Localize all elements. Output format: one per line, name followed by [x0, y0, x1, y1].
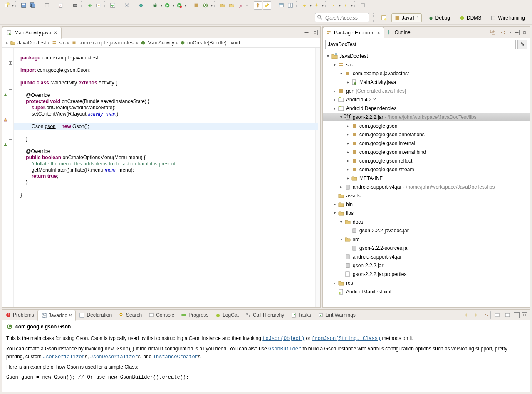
chevron-right-icon[interactable]: ▸ [176, 41, 178, 45]
tree-row-java-file[interactable]: ▸MainActivity.java [323, 78, 530, 86]
open-browser-button[interactable] [493, 311, 501, 319]
dropdown-arrow-icon[interactable]: ▾ [310, 4, 312, 7]
pin-button[interactable] [254, 1, 262, 10]
collapse-icon[interactable]: − [9, 136, 12, 140]
code-area[interactable]: package com.example.javadoctest; import … [14, 48, 315, 307]
run-last-button[interactable] [175, 1, 183, 10]
quick-access-input[interactable] [315, 13, 369, 22]
javadoc-content[interactable]: C com.google.gson.Gson This is the main … [2, 320, 530, 392]
tree-row-folder[interactable]: ▸META-INF [323, 174, 530, 182]
breadcrumb-item[interactable]: com.example.javadoctest [71, 40, 135, 46]
tree-row-jar[interactable]: gson-2.2.2-sources.jar [323, 244, 530, 252]
new-package-button[interactable] [192, 1, 200, 10]
tree-row-folder[interactable]: ▸bin [323, 200, 530, 209]
perspective-wireframing[interactable]: Wireframing [487, 13, 528, 22]
breadcrumb-item[interactable]: JavaDocTest [10, 40, 46, 46]
minimize-button[interactable]: — [514, 30, 520, 35]
nav-forward-button[interactable] [472, 311, 480, 319]
new-class-button[interactable]: C [201, 1, 210, 10]
javadoc-link[interactable]: GsonBuilder [268, 346, 301, 352]
chevron-right-icon[interactable]: ▸ [48, 41, 50, 45]
overview-ruler[interactable] [315, 48, 320, 307]
tree-row-folder[interactable]: assets [323, 191, 530, 200]
open-project-button[interactable] [218, 1, 227, 10]
close-icon[interactable]: ✕ [69, 313, 72, 318]
nav-up-button[interactable] [300, 1, 309, 10]
layout-button[interactable] [286, 1, 294, 10]
tree-row-file[interactable]: gson-2.2.2.jar.properties [323, 270, 530, 278]
tree-row-jar[interactable]: ▸android-support-v4.jar - /home/john/wor… [323, 182, 530, 191]
tree-row-jar[interactable]: android-support-v4.jar [323, 252, 530, 261]
minimize-button[interactable]: — [514, 312, 520, 318]
new-button[interactable] [2, 1, 11, 10]
tab-javadoc[interactable]: @Javadoc✕ [37, 310, 76, 321]
override-marker-icon[interactable] [3, 92, 8, 97]
highlight-button[interactable] [263, 1, 271, 10]
brush-button[interactable] [237, 1, 245, 10]
quick-access[interactable] [315, 13, 369, 22]
tab-outline[interactable]: Outline [384, 27, 414, 38]
tab-problems[interactable]: !Problems [2, 310, 37, 320]
back-button[interactable] [329, 1, 338, 10]
tab-declaration[interactable]: Declaration [76, 310, 115, 320]
save-all-button[interactable] [29, 1, 37, 10]
tree-row-src[interactable]: ▾src [323, 60, 530, 69]
javadoc-link[interactable]: toJson(Object) [262, 336, 304, 342]
gutter[interactable]: + − − [2, 48, 14, 307]
dropdown-arrow-icon[interactable]: ▾ [351, 4, 353, 7]
close-icon[interactable]: ✕ [377, 31, 380, 35]
link-button[interactable] [483, 311, 491, 319]
dropdown-arrow-icon[interactable]: ▾ [12, 4, 14, 7]
tab-logcat[interactable]: LogCat [212, 310, 242, 320]
tree-row-project[interactable]: ▾JavaDocTest [323, 52, 530, 60]
tree-row-android[interactable]: ▸Android 4.2.2 [323, 95, 530, 104]
override-marker-icon[interactable] [3, 142, 8, 147]
chevron-right-icon[interactable]: ▸ [67, 41, 69, 45]
open-perspective-button[interactable] [380, 14, 388, 22]
tree-row-jar[interactable]: gson-2.2.2.jar [323, 261, 530, 270]
chevron-right-icon[interactable]: ▸ [6, 41, 8, 45]
tree-row-package[interactable]: ▸com.google.gson.internal [323, 139, 530, 148]
tree-row-gson-jar[interactable]: ▾010gson-2.2.2.jar - /home/john/workspac… [323, 113, 530, 121]
tab-package-explorer[interactable]: Package Explorer ✕ [323, 27, 384, 39]
dropdown-arrow-icon[interactable]: ▾ [161, 4, 162, 7]
collapse-icon[interactable]: − [9, 86, 12, 90]
tree-row-package[interactable]: ▸com.google.gson.internal.bind [323, 148, 530, 156]
dropdown-arrow-icon[interactable]: ▾ [339, 4, 341, 7]
suspend-button[interactable] [94, 1, 103, 10]
forward-button[interactable] [341, 1, 350, 10]
minimize-button[interactable]: — [304, 30, 309, 35]
tree-row-folder[interactable]: ▾libs [323, 209, 530, 217]
javadoc-link[interactable]: fromJson(String, Class) [312, 336, 381, 342]
cut-button[interactable] [123, 1, 131, 10]
tree-row-package[interactable]: ▸com.google.gson.reflect [323, 156, 530, 165]
tree-row-folder[interactable]: ▸res [323, 278, 530, 287]
close-icon[interactable]: ✕ [54, 30, 57, 35]
tree-row-file[interactable]: AndroidManifest.xml [323, 287, 530, 296]
perspective-javatp[interactable]: JavaTP [391, 13, 422, 22]
dropdown-arrow-icon[interactable]: ▾ [322, 4, 324, 7]
dropdown-arrow-icon[interactable]: ▾ [173, 4, 174, 7]
tree-row-package[interactable]: ▾com.example.javadoctest [323, 69, 530, 78]
maximize-button[interactable]: □ [312, 30, 318, 35]
package-explorer-tree[interactable]: ▾JavaDocTest ▾src ▾com.example.javadocte… [323, 51, 530, 307]
print-button[interactable] [71, 1, 79, 10]
open-folder-button[interactable] [228, 1, 236, 10]
warning-marker-icon[interactable] [3, 117, 8, 122]
tab-lint[interactable]: Lint Warnings [314, 310, 359, 320]
tree-row-jar[interactable]: gson-2.2.2-javadoc.jar [323, 226, 530, 235]
breadcrumb-item[interactable]: src [52, 40, 66, 46]
tree-row-package[interactable]: ▸com.google.gson.annotations [323, 130, 530, 139]
nav-down-button[interactable] [312, 1, 321, 10]
link-editor-button[interactable] [499, 28, 507, 37]
chevron-right-icon[interactable]: ▸ [136, 41, 139, 45]
view-menu-icon[interactable]: ▾ [510, 30, 512, 34]
misc-button[interactable] [359, 1, 367, 10]
tool-button[interactable] [43, 1, 51, 10]
tree-row-deps[interactable]: ▾Android Dependencies [323, 104, 530, 113]
toggle-breakpoint-button[interactable] [109, 1, 117, 10]
tab-call-hierarchy[interactable]: Call Hierarchy [242, 310, 287, 320]
tab-search[interactable]: Search [115, 310, 145, 320]
clear-filter-button[interactable]: ✎ [517, 40, 527, 49]
expand-icon[interactable]: + [9, 61, 12, 65]
